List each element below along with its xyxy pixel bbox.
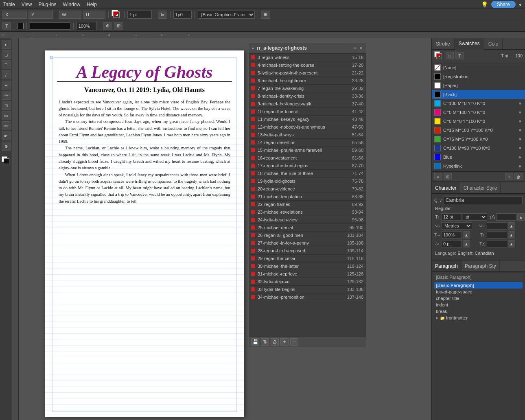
rect-tool[interactable]: ▭ [2,111,11,120]
y-position[interactable]: Y: [28,11,53,19]
new-color-group-btn[interactable]: ⊞ [444,173,452,180]
chapter-row-19[interactable]: 22-regan-flames89-92 [249,201,366,208]
frame-style-dropdown[interactable]: [Basic Graphics Frame] [198,11,255,19]
color-tab[interactable]: Colo [484,38,503,49]
swatch-row-8[interactable]: C=75 M=5 Y=100 K=0■ [432,135,525,144]
format-applies-text[interactable]: T [455,52,464,59]
swatch-menu-btn[interactable]: ≡ [434,173,442,180]
chapter-row-9[interactable]: 12-michael-nobody-is-anonymous47-50 [249,123,366,131]
leading-input[interactable] [496,213,516,221]
character-style-tab[interactable]: Character Style [460,182,501,193]
chapter-row-0[interactable]: 3-regan-witness15-16 [249,54,366,61]
x-input[interactable] [9,12,24,17]
type-tool[interactable]: T [2,22,11,30]
chapter-row-11[interactable]: 14-regan-desertion55-58 [249,139,366,147]
skew-btn[interactable]: ▲ [508,240,515,247]
y-input[interactable] [35,12,50,17]
scale-v-btn[interactable]: ▲ [508,231,515,238]
swatch-row-4[interactable]: C=100 M=0 Y=0 K=0■ [432,99,525,108]
baseline-btn[interactable]: ▲ [463,240,470,247]
chapter-row-16[interactable]: 19-lydia-old-ghosts75-78 [249,177,366,185]
font-name-input[interactable] [444,196,523,204]
preview-toggle[interactable]: ⊕ [103,22,112,30]
swatches-tab[interactable]: Swatches [455,38,484,50]
pencil-tool[interactable]: ✏ [2,91,11,100]
chapter-row-5[interactable]: 8-michael-identity-crisis33-36 [249,92,366,100]
para-style-item-1[interactable]: top-of-page-space [434,289,523,295]
chapter-row-13[interactable]: 16-regan-testament61-66 [249,154,366,162]
chapter-row-14[interactable]: 17-regan-the-hunt-begins67-70 [249,162,366,170]
menu-view[interactable]: View [22,2,32,7]
chapter-row-24[interactable]: 27-michael-in-for-a-penny105-108 [249,239,366,247]
swatch-row-6[interactable]: C=0 M=0 Y=100 K=0■ [432,117,525,126]
chapter-row-7[interactable]: 10-regan-the-funeral41-42 [249,108,366,116]
chapter-row-23[interactable]: 26-regan-all-good-men101-104 [249,232,366,239]
leading-up-btn[interactable]: ▲ [517,213,525,221]
panel-sync-btn[interactable]: ⇅ [261,338,269,346]
scissors-tool[interactable]: ✂ [2,121,11,130]
hand-tool[interactable]: ☛ [2,131,11,140]
line-tool[interactable]: / [2,70,11,79]
paragraph-style-tab[interactable]: Paragraph Sty [462,260,500,271]
kerning-dropdown[interactable]: Metrics [442,222,472,230]
tracking-input[interactable] [487,222,507,230]
chapter-row-3[interactable]: 6-michael-the-nightmare23-28 [249,77,366,85]
para-style-item-3[interactable]: indent [434,302,523,308]
share-button[interactable]: Share [491,1,516,8]
para-style-item-4[interactable]: break [434,308,523,315]
chapter-row-15[interactable]: 18-michael-the-rule-of-three71-74 [249,170,366,177]
swatch-fill-stroke[interactable] [434,51,444,60]
swatch-row-1[interactable]: [Registration] [432,72,525,81]
chapter-row-12[interactable]: 15-michael-prairie-arms-farewell59-60 [249,147,366,154]
chapter-row-17[interactable]: 20-regan-evidence79-82 [249,185,366,193]
scale-h-btn[interactable]: ▲ [463,231,470,238]
chapter-row-27[interactable]: 30-michael-the-letter119-124 [249,262,366,270]
align-buttons[interactable]: ⊞ [261,11,270,19]
panel-remove-btn[interactable]: − [290,338,298,346]
chapter-row-8[interactable]: 11-michael-keseys-legacy43-46 [249,116,366,123]
zoom-tool-btn[interactable]: ⊕ [2,142,11,151]
canvas-area[interactable]: A Legacy of Ghosts Vancouver, Oct 11 201… [12,38,431,420]
x-position[interactable]: X: [2,11,27,19]
para-style-item-0[interactable]: [Basic Paragraph] [434,282,523,289]
chapter-row-6[interactable]: 9-michael-the-longest-walk37-40 [249,100,366,108]
swatch-row-3[interactable]: [Black] [432,90,525,99]
frame-tool[interactable]: ⊡ [2,101,11,110]
panel-print-btn[interactable]: 🖨 [271,338,279,346]
para-style-item-2[interactable]: chapter-title [434,295,523,302]
format-applies-fill[interactable]: □ [446,52,454,59]
menu-window[interactable]: Window [63,2,81,7]
font-size-input[interactable] [442,213,462,221]
new-swatch-btn[interactable]: + [505,173,513,180]
fill-stroke-tool[interactable] [2,156,11,165]
book-panel-close-icon[interactable]: ✕ [359,46,363,51]
zoom-input[interactable] [77,22,97,30]
swatch-row-2[interactable]: [Paper] [432,81,525,90]
body-text[interactable]: I hadn't expected to see Vancouver again… [57,96,232,205]
swatch-row-0[interactable]: [None] [432,63,525,72]
height-field[interactable]: H: [83,11,105,19]
panel-add-btn[interactable]: + [280,338,289,346]
chapter-row-22[interactable]: 25-michael-denial99-100 [249,224,366,232]
chapter-row-21[interactable]: 24-lydia-beach-view95-98 [249,216,366,224]
stroke-weight-input[interactable] [127,11,152,19]
character-tab[interactable]: Character [432,182,460,193]
width-field[interactable]: W: [59,11,81,19]
chapter-row-29[interactable]: 32-lydia-deja-vu129-132 [249,278,366,286]
panel-save-btn[interactable]: 💾 [251,338,259,346]
chapter-row-2[interactable]: 5-lydia-the-past-in-the-present21-22 [249,69,366,77]
tracking-btn[interactable]: ▲ [508,222,515,230]
scale-v-input[interactable] [487,231,507,238]
stroke-tab[interactable]: Stroke [432,38,455,49]
pen-tool[interactable]: ✒ [2,81,11,90]
book-panel-menu-icon[interactable]: ≡ [353,45,357,51]
chapter-row-18[interactable]: 21-michael-temptation83-88 [249,193,366,201]
paragraph-tab[interactable]: Paragraph [432,260,462,271]
baseline-input[interactable] [442,240,462,247]
scale-h-input[interactable] [442,231,462,238]
swatch-row-7[interactable]: C=15 M=100 Y=100 K=0■ [432,126,525,135]
chapter-row-30[interactable]: 33-lydia-life-begins133-136 [249,286,366,293]
type-tool-btn[interactable]: T [2,60,11,69]
menu-table[interactable]: Table [3,2,15,7]
menu-help[interactable]: Help [87,2,97,7]
